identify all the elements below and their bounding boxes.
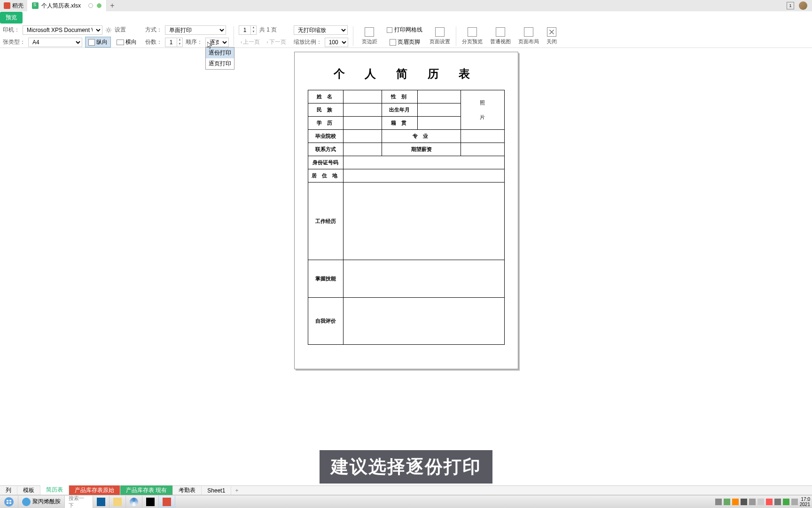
cell-address-value — [344, 169, 504, 183]
cell-selfeval-label: 自我评价 — [308, 298, 344, 345]
add-sheet-button[interactable]: + — [231, 487, 242, 494]
zoom-label: 缩放比例： — [294, 38, 322, 46]
zoom-select[interactable]: 100 % — [325, 38, 348, 47]
start-button[interactable] — [0, 496, 18, 508]
spin-down-icon[interactable]: ▼ — [177, 42, 182, 47]
page-preview-icon — [468, 27, 477, 37]
tray-icon[interactable] — [741, 499, 747, 505]
sheet-tab-resume[interactable]: 简历表 — [40, 485, 69, 496]
cell-contact-value — [344, 143, 382, 156]
tray-icon[interactable] — [749, 499, 756, 505]
system-tray: 17:0 2021 — [715, 497, 812, 507]
sheet-tab-first[interactable]: 列 — [0, 485, 17, 495]
order-option-page[interactable]: 逐页打印 — [206, 58, 234, 69]
header-footer-icon — [390, 39, 396, 46]
sheet-tab-template[interactable]: 模板 — [17, 485, 40, 495]
preview-mode-badge[interactable]: 预览 — [0, 12, 23, 24]
cell-skills-value — [344, 260, 504, 298]
tab-controls — [88, 3, 102, 8]
titlebar-right: 1 — [787, 1, 812, 10]
user-avatar[interactable] — [799, 1, 807, 10]
tab-indicator-icon[interactable] — [88, 3, 93, 8]
tray-icon[interactable] — [766, 499, 773, 505]
gridlines-checkbox[interactable]: 打印网格线 — [387, 26, 422, 34]
paper-select[interactable]: A4 — [28, 38, 82, 47]
close-icon — [547, 27, 556, 37]
page-down-icon[interactable]: ▼ — [251, 30, 256, 34]
cell-birth-value — [417, 103, 461, 117]
doc-name: 个人简历表.xlsx — [41, 2, 81, 10]
sheet-tab-inventory-orig[interactable]: 产品库存表原始 — [69, 485, 120, 495]
portrait-icon — [88, 39, 95, 46]
taskbar-capcut[interactable] — [142, 496, 159, 508]
taskbar-sogou[interactable] — [126, 496, 142, 508]
tray-icon[interactable] — [783, 499, 789, 505]
total-pages-label: 共 1 页 — [259, 26, 277, 34]
wps-logo-icon — [4, 2, 10, 9]
page-input[interactable] — [239, 26, 250, 34]
normal-view-icon — [496, 27, 505, 37]
normal-view-button[interactable]: 普通视图 — [486, 26, 515, 46]
sheet-tab-attendance[interactable]: 考勤表 — [173, 485, 202, 495]
new-tab-button[interactable]: + — [107, 1, 118, 10]
copies-input[interactable] — [165, 38, 177, 47]
page-setup-button[interactable]: 页面设置 — [426, 26, 454, 46]
tray-icon[interactable] — [724, 499, 730, 505]
taskbar-wps[interactable] — [159, 496, 175, 508]
cell-name-label: 姓 名 — [308, 90, 344, 103]
page-up-icon[interactable]: ▲ — [251, 26, 256, 30]
window-count-badge[interactable]: 1 — [787, 2, 794, 9]
chevron-left-icon: ‹ — [241, 40, 242, 45]
capcut-icon — [146, 498, 155, 506]
cell-selfeval-value — [344, 298, 504, 345]
portrait-button[interactable]: 纵向 — [85, 37, 111, 48]
tray-icon[interactable] — [791, 499, 798, 505]
cell-ethnicity-value — [344, 103, 382, 117]
printer-select[interactable]: Microsoft XPS Document Writer — [23, 25, 102, 35]
print-preview-area: 个 人 简 历 表 姓 名 性 别 照片 民 族 出生年月 学 历 籍 贯 — [0, 48, 812, 485]
copies-spinner[interactable]: ▲▼ — [165, 38, 183, 47]
cell-education-value — [344, 117, 382, 130]
taskbar-explorer[interactable] — [109, 496, 126, 508]
tray-icon[interactable] — [757, 499, 764, 505]
tab-modified-icon[interactable] — [97, 3, 102, 8]
sheet-tab-sheet1[interactable]: Sheet1 — [202, 486, 231, 495]
sheet-tab-bar: 列 模板 简历表 产品库存表原始 产品库存表 现有 考勤表 Sheet1 + — [0, 485, 812, 495]
tray-icon[interactable] — [774, 499, 781, 505]
prev-page-button[interactable]: ‹上一页 — [239, 38, 262, 46]
taskbar-browser[interactable]: 聚丙烯酰胺 — [18, 496, 65, 508]
margins-button[interactable]: 页边距 — [358, 26, 381, 46]
tray-clock[interactable]: 17:0 2021 — [800, 497, 810, 507]
header-footer-button[interactable]: 页眉页脚 — [387, 37, 423, 47]
app-tab[interactable]: 稻壳 — [0, 0, 27, 11]
wps-icon — [163, 498, 171, 506]
printer-label: 印机： — [3, 26, 20, 34]
tray-icon[interactable] — [715, 499, 722, 505]
landscape-button[interactable]: 横向 — [114, 37, 140, 47]
close-button[interactable]: 关闭 — [543, 26, 561, 46]
spin-up-icon[interactable]: ▲ — [177, 38, 182, 42]
windows-logo-icon — [4, 497, 14, 507]
preview-row: 预览 — [0, 11, 812, 24]
document-tab[interactable]: 个人简历表.xlsx — [27, 0, 107, 11]
paper-label: 张类型： — [3, 38, 25, 46]
cell-origin-label: 籍 贯 — [382, 117, 418, 130]
margins-icon — [365, 27, 374, 37]
windows-taskbar: 聚丙烯酰胺 搜索一下 17:0 2021 — [0, 495, 812, 508]
cell-gender-value — [417, 90, 461, 103]
sheet-tab-inventory-now[interactable]: 产品库存表 现有 — [120, 485, 173, 495]
page-layout-button[interactable]: 页面布局 — [515, 26, 543, 46]
settings-label[interactable]: 设置 — [115, 26, 126, 34]
taskbar-search[interactable]: 搜索一下 — [65, 496, 93, 508]
next-page-button[interactable]: ›下一页 — [265, 38, 288, 46]
toolbar-divider — [353, 26, 353, 46]
resume-title: 个 人 简 历 表 — [308, 66, 505, 81]
chevron-right-icon: › — [266, 40, 268, 45]
scaling-select[interactable]: 无打印缩放 — [294, 25, 348, 35]
copies-label: 份数： — [145, 38, 162, 46]
taskbar-video[interactable] — [93, 496, 109, 508]
mode-select[interactable]: 单面打印 — [165, 25, 226, 35]
page-preview-button[interactable]: 分页预览 — [458, 26, 486, 46]
tray-icon[interactable] — [732, 499, 739, 505]
page-spinner[interactable]: ▲▼ — [239, 25, 257, 35]
